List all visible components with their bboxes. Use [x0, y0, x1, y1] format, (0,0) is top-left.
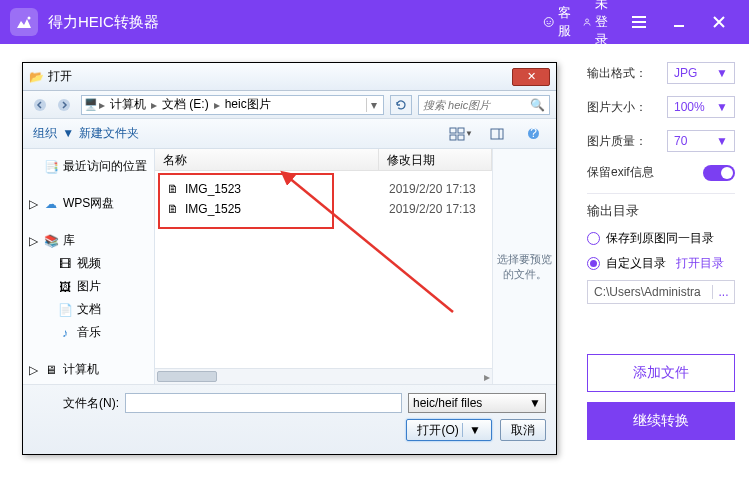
- exif-label: 保留exif信息: [587, 164, 654, 181]
- support-label: 客服: [558, 4, 575, 40]
- svg-rect-10: [458, 135, 464, 140]
- menu-button[interactable]: [623, 6, 655, 38]
- file-header: 名称 修改日期: [155, 149, 492, 171]
- file-area: 名称 修改日期 🗎 IMG_1523 2019/2/20 17:13 🗎 IMG…: [155, 149, 492, 384]
- path-text: C:\Users\Administra: [588, 285, 712, 299]
- open-button[interactable]: 打开(O) ▼: [406, 419, 492, 441]
- format-select[interactable]: JPG▼: [667, 62, 735, 84]
- svg-point-2: [546, 21, 547, 22]
- radio-icon: [587, 257, 600, 270]
- path-box: C:\Users\Administra ...: [587, 280, 735, 304]
- file-name: IMG_1525: [185, 202, 385, 216]
- open-dir-link[interactable]: 打开目录: [676, 255, 724, 272]
- app-name: 得力HEIC转换器: [48, 13, 159, 32]
- computer-icon: 🖥️: [84, 98, 98, 111]
- file-date: 2019/2/20 17:13: [389, 202, 476, 216]
- close-button[interactable]: [703, 6, 735, 38]
- preview-pane-button[interactable]: [484, 124, 510, 144]
- file-list: 🗎 IMG_1523 2019/2/20 17:13 🗎 IMG_1525 20…: [155, 171, 492, 227]
- search-box[interactable]: 🔍: [418, 95, 550, 115]
- svg-rect-9: [450, 135, 456, 140]
- continue-button[interactable]: 继续转换: [587, 402, 735, 440]
- svg-point-5: [34, 99, 46, 111]
- svg-text:?: ?: [530, 127, 537, 140]
- tree-wps[interactable]: ▷☁WPS网盘: [27, 192, 150, 215]
- col-name[interactable]: 名称: [155, 149, 379, 170]
- quality-select[interactable]: 70▼: [667, 130, 735, 152]
- open-dialog: 📂 打开 ✕ 🖥️ ▸ 计算机 ▸ 文档 (E:) ▸ heic图片 ▾: [22, 62, 557, 455]
- tree-docs[interactable]: 📄文档: [27, 298, 150, 321]
- toolbar: 组织 ▼ 新建文件夹 ▼ ?: [23, 119, 556, 149]
- format-label: 输出格式：: [587, 65, 647, 82]
- tree-recent[interactable]: 📑最近访问的位置: [27, 155, 150, 178]
- radio-icon: [587, 232, 600, 245]
- filename-label: 文件名(N):: [33, 395, 119, 412]
- radio-custom-dir[interactable]: 自定义目录 打开目录: [587, 255, 735, 272]
- search-input[interactable]: [423, 99, 530, 111]
- search-icon: 🔍: [530, 98, 545, 112]
- svg-rect-11: [491, 129, 503, 139]
- breadcrumb[interactable]: 🖥️ ▸ 计算机 ▸ 文档 (E:) ▸ heic图片 ▾: [81, 95, 384, 115]
- tree-library[interactable]: ▷📚库: [27, 229, 150, 252]
- tree-panel: 📑最近访问的位置 ▷☁WPS网盘 ▷📚库 🎞视频 🖼图片 📄文档 ♪音乐 ▷🖥计…: [23, 149, 155, 384]
- svg-rect-7: [450, 128, 456, 133]
- file-date: 2019/2/20 17:13: [389, 182, 476, 196]
- file-icon: 🗎: [165, 202, 181, 216]
- login-button[interactable]: 未登录: [583, 6, 615, 38]
- folder-icon: 📂: [29, 70, 44, 84]
- filename-input[interactable]: [125, 393, 402, 413]
- tree-computer[interactable]: ▷🖥计算机: [27, 358, 150, 381]
- dialog-title: 打开: [48, 68, 72, 85]
- cancel-button[interactable]: 取消: [500, 419, 546, 441]
- crumb-2[interactable]: heic图片: [221, 96, 275, 114]
- tree-pictures[interactable]: 🖼图片: [27, 275, 150, 298]
- exif-toggle[interactable]: [703, 165, 735, 181]
- minimize-button[interactable]: [663, 6, 695, 38]
- svg-point-0: [28, 17, 31, 20]
- options-panel: 输出格式： JPG▼ 图片大小： 100%▼ 图片质量： 70▼ 保留exif信…: [587, 44, 749, 500]
- help-button[interactable]: ?: [520, 124, 546, 144]
- filetype-select[interactable]: heic/heif files▼: [408, 393, 546, 413]
- tree-video[interactable]: 🎞视频: [27, 252, 150, 275]
- nav-bar: 🖥️ ▸ 计算机 ▸ 文档 (E:) ▸ heic图片 ▾ 🔍: [23, 91, 556, 119]
- dialog-titlebar: 📂 打开 ✕: [23, 63, 556, 91]
- browse-button[interactable]: ...: [712, 285, 734, 299]
- view-mode-button[interactable]: ▼: [448, 124, 474, 144]
- back-button[interactable]: [29, 95, 51, 115]
- add-files-button[interactable]: 添加文件: [587, 354, 735, 392]
- svg-point-6: [58, 99, 70, 111]
- svg-point-4: [586, 19, 589, 22]
- support-button[interactable]: 客服: [543, 6, 575, 38]
- outdir-title: 输出目录: [587, 202, 735, 220]
- file-name: IMG_1523: [185, 182, 385, 196]
- svg-point-1: [544, 18, 553, 27]
- radio-same-dir[interactable]: 保存到原图同一目录: [587, 230, 735, 247]
- app-logo: [10, 8, 38, 36]
- file-row[interactable]: 🗎 IMG_1525 2019/2/20 17:13: [165, 199, 482, 219]
- organize-menu[interactable]: 组织 ▼: [33, 125, 69, 142]
- tree-music[interactable]: ♪音乐: [27, 321, 150, 344]
- svg-point-3: [550, 21, 551, 22]
- h-scrollbar[interactable]: ◂▸: [155, 368, 492, 384]
- refresh-button[interactable]: [390, 95, 412, 115]
- col-date[interactable]: 修改日期: [379, 149, 492, 170]
- crumb-1[interactable]: 文档 (E:): [158, 96, 213, 114]
- titlebar: 得力HEIC转换器 客服 未登录: [0, 0, 749, 44]
- forward-button[interactable]: [53, 95, 75, 115]
- new-folder-button[interactable]: 新建文件夹: [79, 125, 139, 142]
- dialog-footer: 文件名(N): heic/heif files▼ 打开(O) ▼ 取消: [23, 384, 556, 454]
- preview-pane: 选择要预览的文件。: [492, 149, 556, 384]
- file-icon: 🗎: [165, 182, 181, 196]
- login-label: 未登录: [595, 0, 615, 49]
- dialog-close-button[interactable]: ✕: [512, 68, 550, 86]
- quality-label: 图片质量：: [587, 133, 647, 150]
- svg-rect-8: [458, 128, 464, 133]
- file-row[interactable]: 🗎 IMG_1523 2019/2/20 17:13: [165, 179, 482, 199]
- crumb-0[interactable]: 计算机: [106, 96, 150, 114]
- size-label: 图片大小：: [587, 99, 647, 116]
- size-select[interactable]: 100%▼: [667, 96, 735, 118]
